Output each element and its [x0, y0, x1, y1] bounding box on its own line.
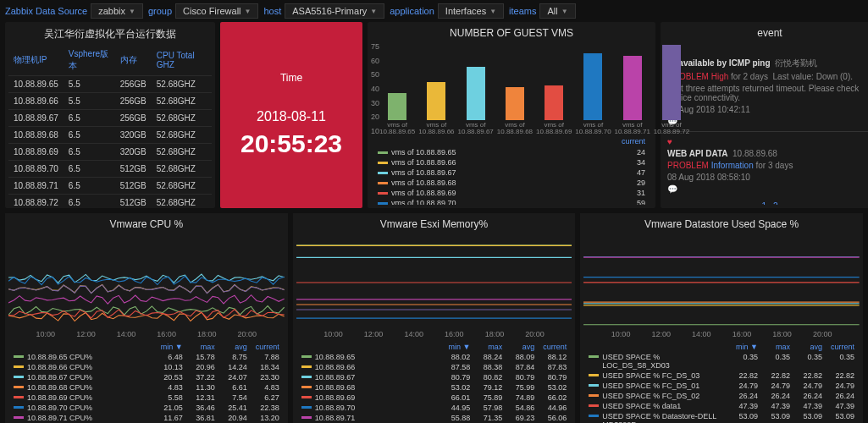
filter-label[interactable]: application: [390, 6, 434, 16]
legend-item[interactable]: 10.88.89.7155.8871.3569.2356.06: [301, 413, 567, 423]
legend-swatch: [301, 386, 312, 388]
legend-item[interactable]: 10.88.89.6588.0288.2488.0988.12: [301, 352, 567, 362]
legend-item[interactable]: vms of 10.88.89.6931: [378, 188, 645, 198]
table-row[interactable]: 10.88.89.665.5256GB52.68GHZ: [8, 93, 212, 110]
legend-item[interactable]: 10.88.89.65 CPU%6.4815.788.757.88: [14, 352, 279, 362]
legend-stats: min ▼maxavgcurrent10.88.89.65 CPU%6.4815…: [8, 340, 285, 423]
legend-item[interactable]: vms of 10.88.89.6829: [378, 178, 645, 188]
panel-title: Time: [280, 72, 302, 84]
legend-item[interactable]: vms of 10.88.89.6634: [378, 157, 645, 168]
filter-label[interactable]: iteams: [509, 6, 536, 16]
cpu-chart-panel: Vmware CPU %10:0012:0014:0016:0018:0020:…: [5, 213, 288, 423]
bar-label: vms of 10.88.89.71: [615, 122, 650, 135]
pager-page[interactable]: 1: [761, 201, 766, 205]
legend-item[interactable]: vms of 10.88.89.6524: [378, 147, 645, 157]
filter-select[interactable]: Interfaces ▼: [438, 3, 504, 19]
legend-swatch: [14, 386, 24, 388]
stats-header[interactable]: max: [470, 343, 502, 351]
legend-item[interactable]: USED SPACE % Datastore-DELL MD3800F53.09…: [589, 411, 854, 423]
table-header[interactable]: 内存: [115, 45, 152, 76]
line-chart[interactable]: [296, 233, 572, 327]
filter-select[interactable]: zabbix ▼: [91, 3, 143, 19]
legend-item[interactable]: 10.88.89.7044.9557.9854.8644.96: [301, 403, 567, 413]
bar[interactable]: [388, 93, 406, 120]
legend-item[interactable]: USED SPACE % FC_DS_0124.7924.7924.7924.7…: [589, 381, 854, 391]
filter-select[interactable]: All ▼: [539, 3, 575, 19]
stats-header[interactable]: avg: [790, 343, 822, 351]
bar-chart[interactable]: 75605040302010 vms of 10.88.89.65vms of …: [371, 42, 652, 135]
bar[interactable]: [467, 67, 485, 120]
stats-header[interactable]: current: [534, 343, 567, 351]
legend-swatch: [589, 374, 599, 376]
stats-header[interactable]: max: [183, 343, 215, 351]
stats-header[interactable]: current: [247, 343, 279, 351]
legend-item[interactable]: 10.88.89.6966.0175.8974.8966.02: [301, 393, 567, 403]
time-date: 2018-08-11: [257, 109, 326, 124]
vm-table-panel: 吴江华衍虚拟化平台运行数据 物理机IPVsphere版本内存CPU Total …: [5, 22, 215, 208]
chevron-down-icon: ▼: [561, 8, 568, 15]
event-item[interactable]: ♥ WEB API DATA 10.88.89.68 PROBLEM Infor…: [667, 137, 868, 194]
legend-item[interactable]: 10.88.89.6687.5888.3887.8487.83: [301, 362, 567, 372]
table-row[interactable]: 10.88.89.716.5512GB52.68GHZ: [8, 178, 212, 195]
comment-icon[interactable]: 💬: [667, 184, 868, 194]
legend-item[interactable]: 10.88.89.66 CPU%10.1320.9614.2418.34: [14, 362, 279, 372]
filter-label[interactable]: host: [263, 6, 281, 16]
legend-swatch: [301, 406, 312, 409]
stats-header[interactable]: min ▼: [438, 343, 470, 351]
filter-select[interactable]: ASA5516-Primary ▼: [285, 3, 384, 19]
time-panel: Time 2018-08-11 20:55:23: [220, 22, 362, 208]
stats-header[interactable]: current: [822, 343, 854, 351]
legend-item[interactable]: USED SPACE % LOC_DS_S8_XD030.350.350.350…: [589, 352, 854, 371]
legend-item[interactable]: 10.88.89.67 CPU%20.5337.2224.0723.30: [14, 372, 279, 382]
table-row[interactable]: 10.88.89.696.5320GB52.68GHZ: [8, 144, 212, 161]
filter-label[interactable]: group: [148, 6, 172, 16]
bar[interactable]: [545, 85, 563, 120]
table-row[interactable]: 10.88.89.655.5256GB52.68GHZ: [8, 76, 212, 93]
bar[interactable]: [506, 87, 524, 120]
legend-item[interactable]: 10.88.89.71 CPU%11.6736.8120.9413.20: [14, 413, 279, 423]
stats-header[interactable]: min ▼: [151, 343, 183, 351]
panel-title: Vmware Datastore Used Space %: [583, 217, 860, 233]
legend-item[interactable]: vms of 10.88.89.7059: [378, 198, 645, 205]
legend-item[interactable]: 10.88.89.6780.7980.8280.7980.79: [301, 372, 567, 382]
event-panel: event ♥ Unavailable by ICMP ping 衍悦考勤机 P…: [661, 22, 868, 208]
panel-title: Vmware CPU %: [8, 217, 285, 233]
bar[interactable]: [583, 53, 602, 120]
legend-swatch: [301, 355, 312, 358]
bar[interactable]: [623, 56, 642, 120]
table-row[interactable]: 10.88.89.726.5512GB52.68GHZ: [8, 195, 212, 212]
legend-item[interactable]: 10.88.89.70 CPU%21.0536.4625.4122.38: [14, 403, 279, 413]
comment-icon[interactable]: 💬: [667, 117, 868, 126]
legend-item[interactable]: 10.88.89.6853.0279.1275.9953.02: [301, 382, 567, 393]
legend-swatch: [301, 416, 312, 419]
legend-item[interactable]: 10.88.89.69 CPU%5.5812.317.546.27: [14, 393, 279, 403]
table-header[interactable]: 物理机IP: [8, 45, 64, 76]
legend-item[interactable]: vms of 10.88.89.6747: [378, 168, 645, 178]
filter-label[interactable]: Zabbix Data Source: [5, 6, 87, 16]
legend-item[interactable]: USED SPACE % FC_DS_0226.2426.2426.2426.2…: [589, 391, 854, 401]
pager-page[interactable]: 2: [773, 201, 778, 205]
event-item[interactable]: ♥ Unavailable by ICMP ping 衍悦考勤机 PROBLEM…: [667, 46, 868, 126]
line-chart[interactable]: [8, 233, 285, 327]
legend-stats: min ▼maxavgcurrent10.88.89.6588.0288.248…: [296, 340, 572, 423]
table-row[interactable]: 10.88.89.676.5256GB52.68GHZ: [8, 110, 212, 127]
line-chart[interactable]: [583, 233, 860, 327]
table-header[interactable]: Vsphere版本: [64, 45, 115, 76]
filter-select[interactable]: Cisco Firewall ▼: [175, 3, 258, 19]
table-row[interactable]: 10.88.89.706.5512GB52.68GHZ: [8, 161, 212, 178]
table-row[interactable]: 10.88.89.686.5320GB52.68GHZ: [8, 127, 212, 144]
legend-swatch: [378, 151, 388, 154]
stats-header[interactable]: avg: [502, 343, 534, 351]
legend-item[interactable]: USED SPACE % FC_DS_0322.8222.8222.8222.8…: [589, 371, 854, 381]
stats-header[interactable]: avg: [215, 343, 247, 351]
stats-header[interactable]: max: [758, 343, 790, 351]
legend-item[interactable]: 10.88.89.68 CPU%4.8311.306.614.83: [14, 382, 279, 393]
bar[interactable]: [662, 45, 681, 120]
bar[interactable]: [427, 82, 445, 120]
guest-vms-panel: NUMBER OF GUEST VMS 75605040302010 vms o…: [368, 22, 655, 208]
pager: 12: [667, 196, 868, 205]
legend-item[interactable]: USED SPACE % data147.3947.3947.3947.39: [589, 401, 854, 411]
stats-header[interactable]: min ▼: [726, 343, 758, 351]
table-header[interactable]: CPU Total GHZ: [152, 45, 212, 76]
panel-title: 吴江华衍虚拟化平台运行数据: [8, 25, 212, 45]
